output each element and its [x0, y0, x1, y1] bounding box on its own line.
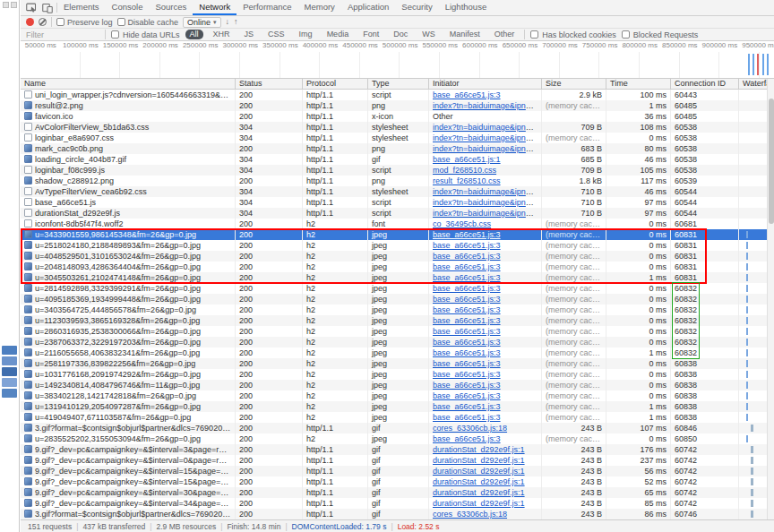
blocked-requests-checkbox[interactable]: [622, 30, 630, 39]
initiator-link[interactable]: mod_f268510.css: [433, 166, 496, 175]
initiator-link[interactable]: index?tn=baiduimage&ipn=r&ct=201...: [433, 187, 542, 196]
filter-pill-manifest[interactable]: Manifest: [445, 30, 485, 39]
tab-elements[interactable]: Elements: [57, 0, 106, 15]
table-row[interactable]: shadow_c288912.png 200 http/1.1 png resu…: [21, 176, 767, 186]
table-row[interactable]: base_a66ce51.js 304 http/1.1 script inde…: [21, 197, 767, 208]
table-row[interactable]: u=1319410129,2054097287&fm=26&gp=0.jpg 2…: [21, 401, 767, 412]
column-header-size[interactable]: Size: [542, 79, 606, 89]
initiator-link[interactable]: base_a66ce51.js:3: [433, 241, 501, 250]
initiator-link[interactable]: base_a66ce51.js:1: [433, 155, 501, 164]
table-row[interactable]: durationStat_d292e9f.js 304 http/1.1 scr…: [21, 208, 767, 219]
tab-performance[interactable]: Performance: [236, 0, 297, 15]
table-row[interactable]: u=2048148093,4286364404&fm=26&gp=0.jpg 2…: [21, 262, 767, 272]
table-row[interactable]: 9.gif?_dev=pc&campaignkey=&$interval=34&…: [21, 498, 767, 509]
initiator-link[interactable]: result_f268510.css: [433, 176, 501, 185]
initiator-link[interactable]: base_a66ce51.js:3: [433, 284, 501, 293]
import-har-icon[interactable]: ↓: [226, 18, 230, 26]
disable-cache-checkbox[interactable]: [117, 18, 125, 26]
vertical-scrollbar[interactable]: [767, 79, 774, 519]
table-row[interactable]: AvColorFilterView_5b1da63.css 304 http/1…: [21, 122, 767, 133]
table-row[interactable]: uni_login_wrapper.js?cdnversion=16054466…: [21, 90, 767, 100]
initiator-link[interactable]: index?tn=baiduimage&ipn=r&ct=201...: [433, 209, 542, 218]
waterfall-overview[interactable]: [21, 52, 774, 78]
table-row[interactable]: u=2387063372,3229197203&fm=26&gp=0.jpg 2…: [21, 337, 767, 348]
initiator-link[interactable]: base_a66ce51.js:3: [433, 434, 501, 443]
preserve-log-checkbox[interactable]: [56, 18, 64, 26]
initiator-link[interactable]: durationStat_d292e9f.js:1: [433, 456, 525, 465]
filter-pill-font[interactable]: Font: [358, 30, 383, 39]
table-row[interactable]: u=2860316935,2538300066&fm=26&gp=0.jpg 2…: [21, 326, 767, 337]
table-row[interactable]: 9.gif?_dev=pc&campaignkey=&$interval=30&…: [21, 487, 767, 498]
initiator-link[interactable]: durationStat_d292e9f.js:1: [433, 488, 525, 497]
tab-application[interactable]: Application: [341, 0, 395, 15]
initiator-link[interactable]: durationStat_d292e9f.js:1: [433, 477, 525, 486]
tab-sources[interactable]: Sources: [149, 0, 193, 15]
table-row[interactable]: result@2.png 200 http/1.1 png index?tn=b…: [21, 100, 767, 111]
initiator-link[interactable]: cores_63306cb.js:18: [433, 424, 507, 433]
has-blocked-cookies-checkbox[interactable]: [530, 30, 538, 39]
initiator-link[interactable]: base_a66ce51.js:3: [433, 273, 501, 282]
inspect-element-icon[interactable]: [24, 1, 39, 15]
initiator-link[interactable]: base_a66ce51.js:3: [433, 295, 501, 304]
table-row[interactable]: u=1492340814,4084796746&fm=11&gp=0.jpg 2…: [21, 380, 767, 390]
initiator-link[interactable]: base_a66ce51.js:3: [433, 252, 501, 261]
initiator-link[interactable]: base_a66ce51.js:3: [433, 230, 501, 239]
record-button[interactable]: [26, 18, 34, 26]
table-row[interactable]: u=383402128,1421742818&fm=26&gp=0.jpg 20…: [21, 390, 767, 401]
initiator-link[interactable]: base_a66ce51.js:3: [433, 381, 501, 390]
filter-pill-js[interactable]: JS: [240, 30, 259, 39]
filter-pill-all[interactable]: All: [185, 30, 203, 39]
table-row[interactable]: u=1031776168,2091974292&fm=26&gp=0.jpg 2…: [21, 369, 767, 380]
table-row[interactable]: u=2518024180,2188489893&fm=26&gp=0.jpg 2…: [21, 240, 767, 251]
hide-data-urls-checkbox[interactable]: [111, 30, 119, 39]
table-row[interactable]: u=1123039593,3865169328&fm=26&gp=0.jpg 2…: [21, 315, 767, 326]
table-row[interactable]: u=3433901559,986145348&fm=26&gp=0.jpg 20…: [21, 229, 767, 240]
table-row[interactable]: iconfont-8db5f47f4.woff2 200 h2 font co_…: [21, 219, 767, 229]
initiator-link[interactable]: index?tn=baiduimage&ipn=r&ct=201...: [433, 133, 542, 142]
column-header-connection-id[interactable]: Connection ID: [671, 79, 739, 89]
initiator-link[interactable]: base_a66ce51.js:3: [433, 305, 501, 314]
tab-security[interactable]: Security: [395, 0, 438, 15]
export-har-icon[interactable]: ↑: [234, 18, 238, 26]
initiator-link[interactable]: durationStat_d292e9f.js:1: [433, 467, 525, 476]
column-header-time[interactable]: Time: [606, 79, 671, 89]
tab-memory[interactable]: Memory: [298, 0, 341, 15]
initiator-link[interactable]: cores_63306cb.js:18: [433, 510, 507, 519]
table-row[interactable]: u=2814592898,3329399291&fm=26&gp=0.jpg 2…: [21, 283, 767, 294]
column-header-initiator[interactable]: Initiator: [429, 79, 542, 89]
initiator-link[interactable]: base_a66ce51.js:3: [433, 316, 501, 325]
tab-console[interactable]: Console: [106, 0, 150, 15]
table-row[interactable]: 9.gif?_dev=pc&campaignkey=&$interval=15&…: [21, 476, 767, 487]
filter-input[interactable]: [26, 30, 99, 39]
table-row[interactable]: u=2835525202,3155053094&fm=26&gp=0.jpg 2…: [21, 433, 767, 444]
throttling-select[interactable]: Online ▾: [183, 17, 221, 28]
table-row[interactable]: u=4048529501,3101653024&fm=26&gp=0.jpg 2…: [21, 251, 767, 262]
initiator-link[interactable]: base_a66ce51.js:3: [433, 90, 501, 99]
table-row[interactable]: loginbar_f08c999.js 304 http/1.1 script …: [21, 165, 767, 176]
table-row[interactable]: u=419049407,671103587&fm=26&gp=0.jpg 200…: [21, 412, 767, 423]
filter-pill-doc[interactable]: Doc: [389, 30, 412, 39]
initiator-link[interactable]: durationStat_d292e9f.js:1: [433, 445, 525, 454]
initiator-link[interactable]: base_a66ce51.js:3: [433, 391, 501, 400]
initiator-link[interactable]: base_a66ce51.js:3: [433, 262, 501, 271]
column-header-waterfall[interactable]: Waterfall: [739, 79, 767, 89]
table-row[interactable]: mark_cac9c0b.png 200 http/1.1 png index?…: [21, 143, 767, 154]
initiator-link[interactable]: index?tn=baiduimage&ipn=r&ct=201...: [433, 101, 542, 110]
filter-pill-xhr[interactable]: XHR: [209, 30, 235, 39]
initiator-link[interactable]: base_a66ce51.js:3: [433, 327, 501, 336]
table-row[interactable]: favicon.ico 200 http/1.1 x-icon Other 36…: [21, 111, 767, 122]
initiator-link[interactable]: index?tn=baiduimage&ipn=r&ct=201...: [433, 198, 542, 207]
device-toolbar-icon[interactable]: [40, 1, 55, 15]
table-row[interactable]: 9.gif?_dev=pc&campaignkey=&$interval=3&p…: [21, 444, 767, 455]
initiator-link[interactable]: base_a66ce51.js:3: [433, 348, 501, 357]
table-row[interactable]: 3.gif?format=$contsign$objurl$partner&dl…: [21, 509, 767, 519]
initiator-link[interactable]: base_a66ce51.js:3: [433, 338, 501, 347]
column-header-type[interactable]: Type: [368, 79, 429, 89]
column-header-protocol[interactable]: Protocol: [303, 79, 368, 89]
table-row[interactable]: 9.gif?_dev=pc&campaignkey=&$interval=0&p…: [21, 455, 767, 466]
table-row[interactable]: u=2116055658,4063832341&fm=26&gp=0.jpg 2…: [21, 348, 767, 358]
filter-pill-img[interactable]: Img: [295, 30, 317, 39]
initiator-link[interactable]: index?tn=baiduimage&ipn=r&ct=201...: [433, 123, 542, 132]
table-row[interactable]: loading_circle_404b87.gif 304 http/1.1 g…: [21, 154, 767, 165]
table-row[interactable]: u=3045503261,2102474148&fm=26&gp=0.jpg 2…: [21, 272, 767, 283]
